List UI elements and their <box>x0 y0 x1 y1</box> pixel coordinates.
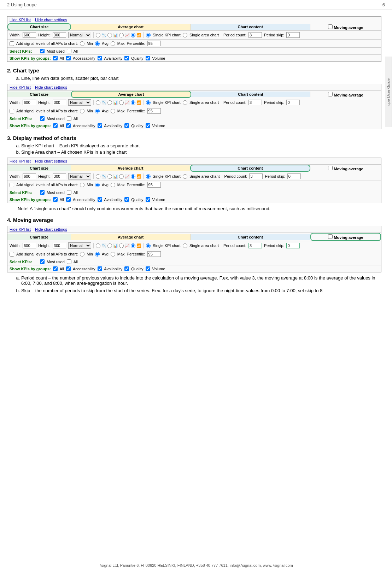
period-count-input-2[interactable] <box>248 100 262 105</box>
max-radio-1[interactable] <box>111 41 115 46</box>
moving-avg-checkbox-1[interactable] <box>328 24 333 29</box>
col-chart-size-2: Chart size <box>7 92 71 97</box>
avg-chart-icons-1: 📉 📊 📈 📶 <box>96 33 141 37</box>
access-check-1[interactable] <box>66 56 71 60</box>
avg-radio-2a[interactable] <box>96 100 100 105</box>
normal-select-3[interactable]: Normal <box>68 173 91 179</box>
width-input-1[interactable] <box>23 32 36 38</box>
period-skip-input-3[interactable] <box>287 173 301 179</box>
section-2-list: Line, line with data points, scatter plo… <box>21 76 381 81</box>
section-3-heading: 3. Display method of charts <box>7 135 381 141</box>
width-input-4[interactable] <box>23 243 36 248</box>
normal-select-2[interactable]: Normal <box>68 99 91 106</box>
hide-kpi-link-4[interactable]: Hide KPI list <box>10 227 31 231</box>
side-label: upe User Guide <box>385 57 392 127</box>
moving-avg-checkbox-2[interactable] <box>328 92 333 96</box>
quality-check-1[interactable] <box>124 56 129 60</box>
section-3-num: 3. <box>7 135 12 141</box>
period-skip-input-1[interactable] <box>286 32 300 38</box>
hide-kpi-link-3[interactable]: Hide KPI list <box>10 159 31 163</box>
hide-kpi-link-2[interactable]: Hide KPI list <box>10 85 31 89</box>
signal-checkbox-1[interactable] <box>10 41 14 46</box>
signal-row-1: Add signal levels of all APs to chart: M… <box>7 40 381 48</box>
period-count-input-1[interactable] <box>248 32 262 38</box>
volume-label-1: Volume <box>152 56 165 60</box>
normal-select-4[interactable]: Normal <box>68 242 91 249</box>
col-chart-content-2: Chart content <box>191 92 310 97</box>
moving-avg-checkbox-3[interactable] <box>328 166 333 170</box>
single-kpi-radio-3[interactable] <box>146 174 151 179</box>
width-input-3[interactable] <box>23 173 36 179</box>
signal-row-3: Add signal levels of all APs to chart: M… <box>7 181 381 189</box>
section-4-num: 4. <box>7 217 12 223</box>
avg-radio-sig1[interactable] <box>95 41 100 46</box>
avail-check-1[interactable] <box>98 56 102 60</box>
section-2-item-1: Line, line with data points, scatter plo… <box>21 76 381 81</box>
main-content: Hide KPI list Hide chart settings Chart … <box>0 10 392 300</box>
column-headers-4: Chart size Average chart Chart content M… <box>7 233 381 241</box>
avg-chart-icons-3: 📉 📊 📈 📶 <box>96 174 141 179</box>
all-groups-check-1[interactable] <box>53 56 58 60</box>
page-footer: 7signal Ltd, Panuntie 6, FI-00620 HELSIN… <box>0 561 392 567</box>
avg-radio-2d[interactable] <box>131 100 135 105</box>
single-area-radio-3[interactable] <box>183 174 187 179</box>
section-4-title: Moving average <box>13 217 53 223</box>
period-count-input-4[interactable] <box>248 243 262 248</box>
col-avg-chart-1: Average chart <box>71 24 191 30</box>
height-input-4[interactable] <box>53 243 66 248</box>
single-kpi-radio-1[interactable] <box>146 33 151 37</box>
signal-checkbox-2[interactable] <box>10 109 14 113</box>
avg-chart-icons-2: 📉 📊 📈 📶 <box>96 100 141 105</box>
height-input-1[interactable] <box>53 32 66 38</box>
normal-select-1[interactable]: Normal <box>68 32 91 38</box>
min-radio-1[interactable] <box>80 41 84 46</box>
avg-radio-2c[interactable] <box>119 100 124 105</box>
kpi-settings-panel-3: Hide KPI list Hide chart settings Chart … <box>7 158 381 203</box>
hide-kpi-link-1[interactable]: Hide KPI list <box>10 18 31 22</box>
period-count-input-3[interactable] <box>249 173 263 179</box>
avail-label-1: Availability <box>104 56 123 60</box>
most-used-check-1[interactable] <box>40 49 45 53</box>
header-left: 2 Using Loupe <box>7 2 37 7</box>
avg-radio-1d[interactable] <box>131 33 135 37</box>
show-kpis-row-2: Show KPIs by groups: All Accessability A… <box>7 122 381 129</box>
col-chart-size-4: Chart size <box>7 234 71 240</box>
avg-radio-2b[interactable] <box>107 100 112 105</box>
single-area-radio-4[interactable] <box>183 243 187 248</box>
panel-links-row-4: Hide KPI list Hide chart settings <box>7 226 381 233</box>
select-kpis-label-1: Select KPIs: <box>10 49 38 53</box>
percentile-input-2[interactable] <box>147 108 161 114</box>
height-input-3[interactable] <box>53 173 66 179</box>
single-kpi-radio-4[interactable] <box>146 243 151 248</box>
percentile-input-1[interactable] <box>147 41 161 46</box>
single-area-label-3: Single area chant <box>189 174 220 178</box>
period-skip-input-2[interactable] <box>286 100 300 105</box>
section-4-heading: 4. Moving average <box>7 217 381 223</box>
hide-chart-link-4[interactable]: Hide chart settings <box>35 227 67 231</box>
height-input-2[interactable] <box>53 100 66 105</box>
section-3-note: Note! A "single area chart" should only … <box>18 206 381 211</box>
section-3-item-2: Single Area chart – All chosen KPIs in a… <box>21 149 381 155</box>
volume-check-1[interactable] <box>146 56 150 60</box>
single-kpi-radio-2[interactable] <box>146 100 151 105</box>
page-header: 2 Using Loupe 6 <box>0 0 392 10</box>
period-skip-input-4[interactable] <box>286 243 300 248</box>
section-2-heading: 2. Chart type <box>7 67 381 73</box>
hide-chart-link-3[interactable]: Hide chart settings <box>35 159 67 163</box>
select-kpis-row-2: Select KPIs: Most used All <box>7 115 381 122</box>
width-input-2[interactable] <box>23 100 36 105</box>
section-2-title: Chart type <box>13 67 39 73</box>
hide-chart-link-2[interactable]: Hide chart settings <box>35 85 67 89</box>
all-kpis-check-1[interactable] <box>67 49 71 53</box>
avg-radio-1b[interactable] <box>107 33 112 37</box>
col-moving-avg-3: Moving average <box>310 165 381 172</box>
section-2-num: 2. <box>7 67 12 73</box>
hide-chart-link-1[interactable]: Hide chart settings <box>35 18 67 22</box>
panel-2: Hide KPI list Hide chart settings Chart … <box>7 84 381 129</box>
panel-1: Hide KPI list Hide chart settings Chart … <box>7 16 381 62</box>
single-area-radio-1[interactable] <box>183 33 187 37</box>
avg-radio-1a[interactable] <box>96 33 100 37</box>
avg-radio-1c[interactable] <box>119 33 124 37</box>
single-area-radio-2[interactable] <box>183 100 187 105</box>
moving-avg-checkbox-4[interactable] <box>328 234 333 239</box>
